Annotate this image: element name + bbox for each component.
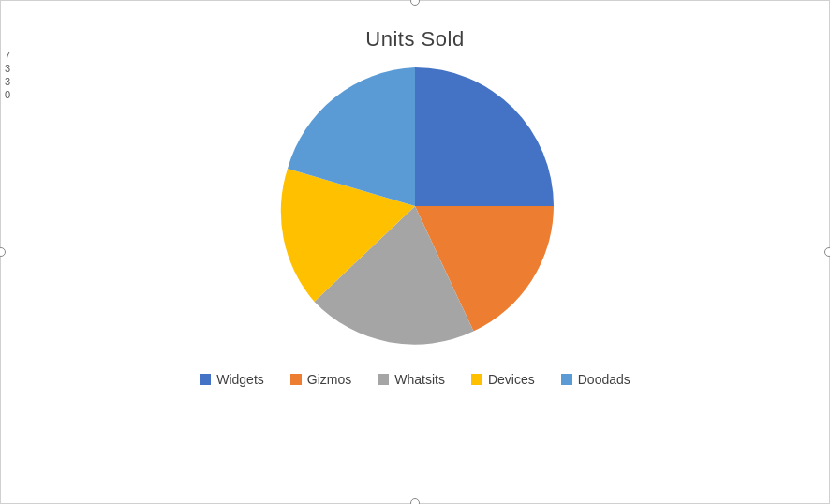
legend-label-devices: Devices [488,372,535,387]
legend-color-whatsits [378,374,389,385]
sidebar-num-1: 7 [5,50,10,61]
sidebar-num-2: 3 [5,63,10,74]
legend-item-whatsits: Whatsits [378,372,445,387]
legend-color-gizmos [290,374,302,385]
handle-bottom-center[interactable] [410,498,420,504]
sidebar-num-4: 0 [5,89,10,100]
legend-label-doodads: Doodads [578,372,630,387]
legend-item-doodads: Doodads [561,372,630,387]
legend-label-gizmos: Gizmos [307,372,351,387]
chart-container: 7 3 3 0 Units Sold Widge [0,0,830,504]
legend-item-devices: Devices [471,372,535,387]
sidebar-numbers: 7 3 3 0 [1,48,14,102]
handle-middle-right[interactable] [824,247,830,257]
sidebar-num-3: 3 [5,76,10,87]
pie-chart-svg [270,61,560,351]
segment-widgets [415,67,554,206]
chart-title: Units Sold [1,1,829,52]
legend-item-widgets: Widgets [200,372,264,387]
chart-legend: Widgets Gizmos Whatsits Devices Doodads [1,372,829,387]
legend-label-widgets: Widgets [216,372,264,387]
pie-area [1,61,829,351]
legend-label-whatsits: Whatsits [394,372,445,387]
legend-color-doodads [561,374,572,385]
legend-color-widgets [200,374,211,385]
legend-item-gizmos: Gizmos [290,372,351,387]
legend-color-devices [471,374,482,385]
